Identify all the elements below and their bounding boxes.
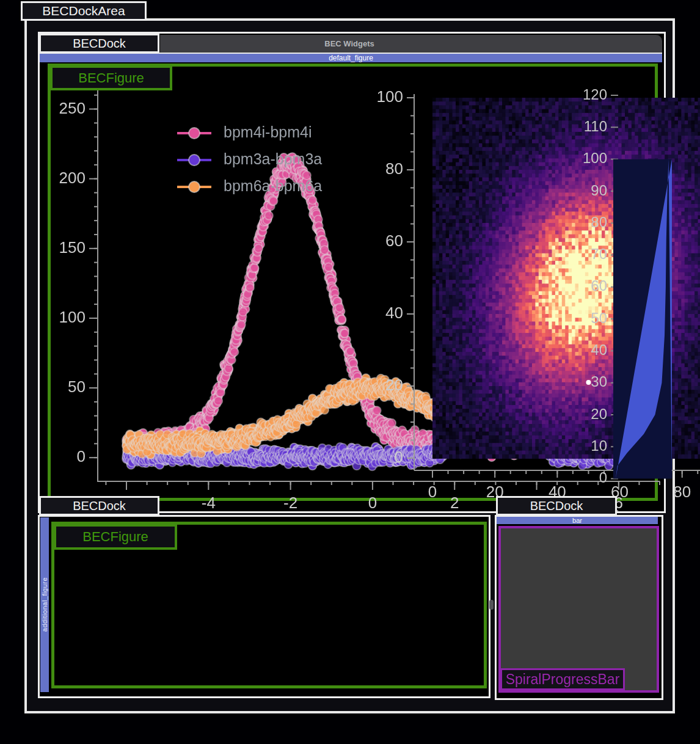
additional-figure-title-text: additional_figure bbox=[41, 577, 48, 632]
spiral-progress-label-text: SpiralProgressBar bbox=[506, 671, 620, 688]
default-figure-title-text: default_figure bbox=[329, 54, 373, 62]
default-figure-title-bar[interactable]: default_figure bbox=[40, 53, 662, 62]
page-background: BECDockArea BEC Widgets default_figure B… bbox=[0, 0, 700, 744]
bec-figure-additional-label-text: BECFigure bbox=[82, 529, 148, 545]
tab-bec-widgets-label: BEC Widgets bbox=[160, 39, 539, 48]
dock3-label-text: BECDock bbox=[530, 499, 583, 513]
spiral-progress-label: SpiralProgressBar bbox=[500, 668, 625, 690]
dock1-label: BECDock bbox=[39, 34, 159, 53]
bec-dock-area-label: BECDockArea bbox=[21, 1, 147, 21]
bec-figure-main-label-text: BECFigure bbox=[78, 70, 144, 86]
bec-dock-area-label-text: BECDockArea bbox=[42, 4, 125, 18]
bar-title-bar[interactable]: bar bbox=[497, 517, 658, 524]
dock1-label-text: BECDock bbox=[73, 37, 126, 51]
bar-title-text: bar bbox=[572, 517, 582, 524]
additional-figure-title-bar[interactable]: additional_figure bbox=[40, 517, 49, 692]
bec-figure-additional-label: BECFigure bbox=[54, 524, 177, 550]
dock3-label: BECDock bbox=[496, 496, 617, 516]
bec-figure-main-label: BECFigure bbox=[50, 65, 172, 90]
spiral-progress-bar[interactable] bbox=[501, 528, 700, 744]
dock-splitter-handle[interactable] bbox=[489, 600, 494, 610]
tab-bec-widgets[interactable]: BEC Widgets bbox=[160, 35, 662, 53]
dock2-label: BECDock bbox=[39, 496, 159, 516]
dock2-label-text: BECDock bbox=[73, 499, 126, 513]
